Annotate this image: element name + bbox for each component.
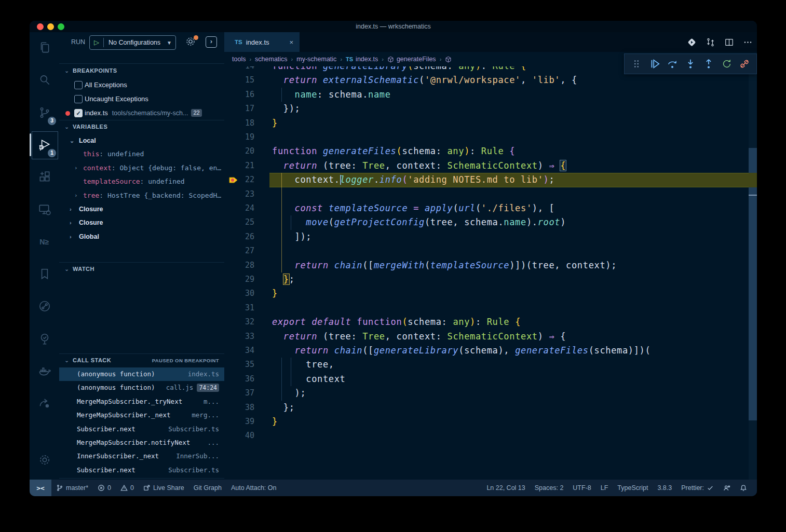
code-line-31[interactable]: 31 xyxy=(224,301,757,315)
breadcrumb-item[interactable]: my-schematic xyxy=(296,56,336,63)
code-line-17[interactable]: 17 }); xyxy=(224,102,757,116)
callstack-section-header[interactable]: ⌄ CALL STACK PAUSED ON BREAKPOINT xyxy=(59,353,224,367)
breakpoint-row[interactable]: Uncaught Exceptions xyxy=(59,92,224,106)
code-line-18[interactable]: 18 } xyxy=(224,116,757,130)
callstack-frame[interactable]: MergeMapSubscriber._tryNext m... xyxy=(59,395,224,408)
code-line-15[interactable]: 15 return externalSchematic('@nrwl/works… xyxy=(224,73,757,87)
status-remote-indicator[interactable]: >< xyxy=(30,480,51,496)
status-language-mode[interactable]: TypeScript xyxy=(613,480,653,496)
callstack-frame[interactable]: (anonymous function) index.ts xyxy=(59,367,224,381)
breakpoint-row[interactable]: ✓ index.tstools/schematics/my-sch...22 xyxy=(59,106,224,120)
scrollbar-thumb[interactable] xyxy=(749,148,757,420)
code-line-16[interactable]: 16 name: schema.name xyxy=(224,88,757,102)
callstack-frame[interactable]: (anonymous function) call.js74:24 xyxy=(59,381,224,394)
activity-item-search[interactable] xyxy=(30,65,59,94)
code-line-27[interactable]: 27 xyxy=(224,244,757,258)
continue-button[interactable] xyxy=(648,58,661,70)
breadcrumb-item[interactable]: tools xyxy=(232,56,246,63)
editor-scrollbar[interactable] xyxy=(749,66,757,480)
code-line-40[interactable]: 40 xyxy=(224,429,757,443)
launch-configuration-dropdown[interactable]: ▷ No Configurations ▼ xyxy=(89,35,176,50)
activity-item-remote-explorer[interactable] xyxy=(30,195,59,224)
variable-row[interactable]: › context: Object {debug: false, en… xyxy=(59,161,224,175)
breadcrumb-item[interactable]: TSindex.ts xyxy=(346,56,378,63)
activity-item-run-and-debug[interactable]: 1 xyxy=(30,130,59,159)
breakpoints-section-header[interactable]: ⌄ BREAKPOINTS xyxy=(59,64,224,78)
code-line-33[interactable]: 33 return (tree: Tree, context: Schemati… xyxy=(224,330,757,344)
breakpoint-checkbox[interactable] xyxy=(74,81,83,89)
callstack-frame[interactable]: MergeMapSubscriber._next merg... xyxy=(59,408,224,422)
activity-item-docker[interactable] xyxy=(30,357,59,386)
status-eol[interactable]: LF xyxy=(596,480,613,496)
variables-scope-closure[interactable]: › Closure xyxy=(59,216,224,229)
code-editor[interactable]: 14 function generateLibrary(schema: any)… xyxy=(224,66,757,480)
breakpoint-checkbox[interactable] xyxy=(74,95,83,103)
activity-item-nx-console[interactable]: N≥ xyxy=(30,227,59,256)
gitlens-button[interactable] xyxy=(687,37,697,47)
activity-item-test-explorer[interactable] xyxy=(30,324,59,353)
step-into-button[interactable] xyxy=(684,58,697,70)
code-line-23[interactable]: 23 xyxy=(224,187,757,201)
status-git-graph[interactable]: Git Graph xyxy=(189,480,226,496)
callstack-frame[interactable]: Subscriber.next Subscriber.ts xyxy=(59,422,224,436)
variable-row[interactable]: this: undefined xyxy=(59,147,224,161)
variables-scope-local[interactable]: ⌄ Local xyxy=(59,134,224,147)
status-feedback[interactable] xyxy=(719,480,735,496)
tab-index-ts[interactable]: TS index.ts × xyxy=(224,32,300,52)
code-line-29[interactable]: 29 }; xyxy=(224,272,757,287)
status-live-share[interactable]: Live Share xyxy=(139,480,189,496)
status-git-branch[interactable]: master* xyxy=(51,480,93,496)
variable-row[interactable]: › tree: HostTree {_backend: ScopedH… xyxy=(59,189,224,202)
code-line-39[interactable]: 39 } xyxy=(224,415,757,429)
close-tab-icon[interactable]: × xyxy=(289,38,293,46)
code-line-28[interactable]: 28 return chain([mergeWith(templateSourc… xyxy=(224,258,757,272)
status-encoding[interactable]: UTF-8 xyxy=(568,480,595,496)
callstack-frame[interactable]: InnerSubscriber._next InnerSub... xyxy=(59,449,224,463)
split-editor-button[interactable] xyxy=(724,37,734,47)
code-line-26[interactable]: 26 ]); xyxy=(224,230,757,244)
code-line-19[interactable]: 19 xyxy=(224,130,757,144)
activity-item-bookmarks[interactable] xyxy=(30,260,59,289)
callstack-frame[interactable]: MergeMapSubscriber.notifyNext ... xyxy=(59,436,224,449)
breadcrumb-item[interactable]: generateFiles xyxy=(387,56,436,63)
start-debug-icon[interactable]: ▷ xyxy=(90,38,104,47)
step-over-button[interactable] xyxy=(666,58,679,70)
status-errors[interactable]: 0 xyxy=(93,480,116,496)
activity-item-explorer[interactable] xyxy=(30,33,59,62)
activity-item-project-share[interactable] xyxy=(30,389,59,418)
activity-item-extensions[interactable] xyxy=(30,162,59,192)
variables-scope-global[interactable]: › Global xyxy=(59,230,224,243)
code-line-21[interactable]: 21 return (tree: Tree, context: Schemati… xyxy=(224,159,757,173)
watch-section-header[interactable]: ⌄ WATCH xyxy=(59,262,224,276)
more-actions-button[interactable] xyxy=(743,37,753,47)
callstack-frame[interactable]: Subscriber.next Subscriber.ts xyxy=(59,463,224,477)
code-line-22[interactable]: 22 context.logger.info('adding NOTES.md … xyxy=(224,173,757,187)
status-ts-version[interactable]: 3.8.3 xyxy=(653,480,676,496)
status-cursor-position[interactable]: Ln 22, Col 13 xyxy=(482,480,530,496)
activity-item-gitlens[interactable] xyxy=(30,292,59,321)
breakpoint-checkbox[interactable]: ✓ xyxy=(74,109,83,117)
code-line-30[interactable]: 30 } xyxy=(224,287,757,301)
code-line-36[interactable]: 36 context xyxy=(224,372,757,386)
code-line-34[interactable]: 34 return chain([generateLibrary(schema)… xyxy=(224,344,757,358)
compare-changes-button[interactable] xyxy=(706,37,715,47)
disconnect-button[interactable] xyxy=(738,58,751,70)
code-line-35[interactable]: 35 tree, xyxy=(224,358,757,372)
drag-grip-button[interactable] xyxy=(630,58,643,70)
activity-item-source-control[interactable]: 3 xyxy=(30,98,59,127)
variables-section-header[interactable]: ⌄ VARIABLES xyxy=(59,120,224,134)
code-line-25[interactable]: 25 move(getProjectConfig(tree, schema.na… xyxy=(224,215,757,229)
variable-row[interactable]: templateSource: undefined xyxy=(59,175,224,188)
breakpoint-row[interactable]: All Exceptions xyxy=(59,78,224,92)
debug-console-button[interactable]: › xyxy=(206,36,217,48)
code-line-24[interactable]: 24 const templateSource = apply(url('./f… xyxy=(224,201,757,215)
status-indentation[interactable]: Spaces: 2 xyxy=(530,480,568,496)
code-line-20[interactable]: 20 function generateFiles(schema: any): … xyxy=(224,144,757,158)
configure-gear-button[interactable] xyxy=(185,36,197,48)
status-auto-attach[interactable]: Auto Attach: On xyxy=(226,480,281,496)
status-warnings[interactable]: 0 xyxy=(116,480,139,496)
variables-scope-closure[interactable]: › Closure xyxy=(59,202,224,216)
step-out-button[interactable] xyxy=(702,58,715,70)
code-line-32[interactable]: 32 export default function(schema: any):… xyxy=(224,315,757,329)
activity-item-settings-gear[interactable] xyxy=(30,445,59,474)
